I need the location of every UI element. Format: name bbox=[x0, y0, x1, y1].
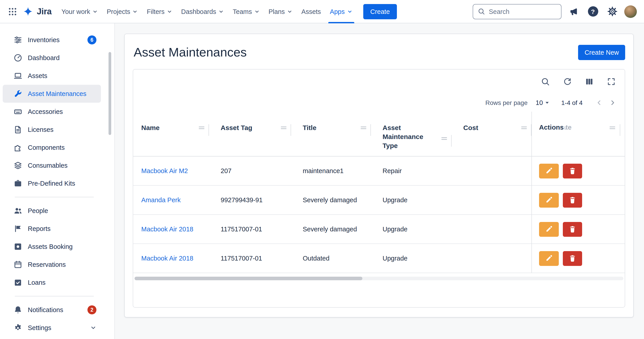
edit-pencil-icon bbox=[545, 226, 552, 233]
drag-handle-icon[interactable] bbox=[198, 125, 205, 130]
create-new-button[interactable]: Create New bbox=[578, 45, 625, 60]
top-navigation-bar: Jira Your work Projects Filters Dashboar… bbox=[0, 0, 644, 23]
row-actions bbox=[532, 186, 625, 215]
help-button[interactable]: ? bbox=[586, 4, 600, 18]
sidebar-item-assets-booking[interactable]: Assets Booking bbox=[3, 238, 101, 256]
drag-handle-icon[interactable] bbox=[280, 125, 287, 130]
pagination-bar: Rows per page 10 1-4 of 4 bbox=[133, 94, 625, 112]
sidebar-item-pre-defined-kits[interactable]: Pre-Defined Kits bbox=[3, 174, 101, 192]
sidebar-item-components[interactable]: Components bbox=[3, 138, 101, 156]
columns-icon bbox=[585, 77, 594, 86]
delete-button[interactable] bbox=[563, 251, 582, 266]
inventories-count-badge: 6 bbox=[88, 36, 96, 44]
asset-maintenances-card: Asset Maintenances Create New bbox=[124, 34, 634, 318]
chevron-down-icon bbox=[167, 9, 172, 14]
delete-trash-icon bbox=[569, 167, 576, 174]
calendar-check-icon bbox=[14, 278, 22, 287]
chevron-down-icon bbox=[254, 9, 260, 14]
megaphone-icon bbox=[569, 7, 578, 16]
sidebar-item-assets[interactable]: Assets bbox=[3, 67, 101, 85]
table-fullscreen-button[interactable] bbox=[605, 75, 618, 88]
asset-name-link[interactable]: Amanda Perk bbox=[141, 196, 181, 204]
settings-expand-chevron[interactable] bbox=[90, 325, 96, 331]
search-icon bbox=[541, 77, 550, 86]
search-input[interactable] bbox=[489, 8, 556, 15]
column-header-cost[interactable]: Cost bbox=[455, 112, 535, 156]
table-refresh-button[interactable] bbox=[561, 75, 574, 88]
create-button[interactable]: Create bbox=[363, 4, 397, 19]
edit-button[interactable] bbox=[539, 222, 559, 236]
jira-home-logo[interactable]: Jira bbox=[20, 6, 57, 17]
nav-item-projects[interactable]: Projects bbox=[102, 0, 142, 23]
wrench-icon bbox=[14, 89, 22, 98]
delete-button[interactable] bbox=[563, 222, 582, 236]
asset-name-link[interactable]: Macbook Air 2018 bbox=[141, 255, 193, 262]
nav-item-teams[interactable]: Teams bbox=[228, 0, 264, 23]
asset-name-link[interactable]: Macbook Air 2018 bbox=[141, 226, 193, 233]
table-panel: Rows per page 10 1-4 of 4 bbox=[133, 69, 625, 308]
user-avatar[interactable] bbox=[624, 5, 637, 18]
sidebar-scrollbar-thumb[interactable] bbox=[108, 52, 111, 135]
settings-button[interactable] bbox=[605, 4, 619, 18]
column-header-asset-tag[interactable]: Asset Tag bbox=[212, 112, 295, 156]
sidebar-item-notifications[interactable]: Notifications 2 bbox=[3, 301, 101, 319]
delete-button[interactable] bbox=[563, 192, 582, 208]
notifications-count-badge: 2 bbox=[88, 305, 96, 314]
asset-name-link[interactable]: Macbook Air M2 bbox=[141, 167, 188, 174]
chevron-left-icon bbox=[596, 99, 603, 106]
horizontal-scrollbar-thumb[interactable] bbox=[134, 277, 362, 280]
dashboard-gauge-icon bbox=[14, 53, 22, 62]
sidebar-item-reservations[interactable]: Reservations bbox=[3, 256, 101, 274]
delete-trash-icon bbox=[569, 255, 576, 262]
announcements-button[interactable] bbox=[566, 4, 581, 18]
asset-tag-cell: 117517007-01 bbox=[212, 255, 295, 262]
column-header-title[interactable]: Title bbox=[295, 112, 374, 156]
horizontal-scrollbar-track[interactable] bbox=[134, 277, 623, 280]
nav-item-dashboards[interactable]: Dashboards bbox=[177, 0, 228, 23]
people-icon bbox=[14, 206, 22, 215]
table-search-button[interactable] bbox=[539, 75, 552, 88]
asset-tag-cell: 117517007-01 bbox=[212, 226, 295, 233]
primary-nav: Your work Projects Filters Dashboards Te… bbox=[57, 0, 357, 23]
drag-handle-icon[interactable] bbox=[521, 125, 528, 130]
sidebar-item-people[interactable]: People bbox=[3, 202, 101, 220]
nav-item-apps[interactable]: Apps bbox=[325, 0, 357, 23]
sidebar-divider bbox=[15, 197, 94, 197]
sidebar-item-consumables[interactable]: Consumables bbox=[3, 156, 101, 174]
column-header-asset-maintenance-type[interactable]: Asset Maintenance Type bbox=[374, 112, 455, 156]
edit-button[interactable] bbox=[539, 192, 559, 208]
column-header-name[interactable]: Name bbox=[133, 112, 212, 156]
document-icon bbox=[14, 125, 22, 134]
sidebar-item-loans[interactable]: Loans bbox=[3, 274, 101, 292]
pagination-range: 1-4 of 4 bbox=[561, 99, 582, 106]
edit-pencil-icon bbox=[545, 196, 552, 204]
nav-item-your-work[interactable]: Your work bbox=[57, 0, 102, 23]
pagination-prev-button[interactable] bbox=[592, 96, 606, 110]
sidebar-item-dashboard[interactable]: Dashboard bbox=[3, 49, 101, 67]
nav-item-plans[interactable]: Plans bbox=[264, 0, 297, 23]
app-switcher-button[interactable] bbox=[6, 4, 20, 18]
rows-per-page-label: Rows per page bbox=[485, 99, 528, 106]
edit-button[interactable] bbox=[539, 164, 559, 178]
delete-button[interactable] bbox=[563, 164, 582, 178]
drag-handle-icon[interactable] bbox=[609, 125, 616, 130]
chevron-down-icon bbox=[90, 325, 96, 331]
drag-handle-icon[interactable] bbox=[360, 125, 367, 130]
column-divider bbox=[620, 124, 620, 136]
sidebar-item-inventories[interactable]: Inventories 6 bbox=[3, 31, 101, 49]
sidebar-item-licenses[interactable]: Licenses bbox=[3, 120, 101, 138]
edit-button[interactable] bbox=[539, 251, 559, 266]
drag-handle-icon[interactable] bbox=[441, 136, 448, 141]
sidebar-item-settings[interactable]: Settings bbox=[3, 319, 101, 337]
data-table: Name Asset Tag Title bbox=[133, 112, 625, 280]
pagination-next-button[interactable] bbox=[606, 96, 619, 110]
sidebar-item-asset-maintenances[interactable]: Asset Maintenances bbox=[3, 85, 101, 103]
delete-trash-icon bbox=[569, 226, 576, 233]
rows-per-page-select[interactable]: 10 bbox=[536, 99, 550, 106]
dropdown-arrow-icon bbox=[544, 100, 550, 106]
sidebar-item-accessories[interactable]: Accessories bbox=[3, 103, 101, 120]
table-columns-button[interactable] bbox=[583, 75, 596, 88]
sidebar-item-reports[interactable]: Reports bbox=[3, 220, 101, 238]
nav-item-filters[interactable]: Filters bbox=[142, 0, 177, 23]
nav-item-assets[interactable]: Assets bbox=[297, 0, 325, 23]
